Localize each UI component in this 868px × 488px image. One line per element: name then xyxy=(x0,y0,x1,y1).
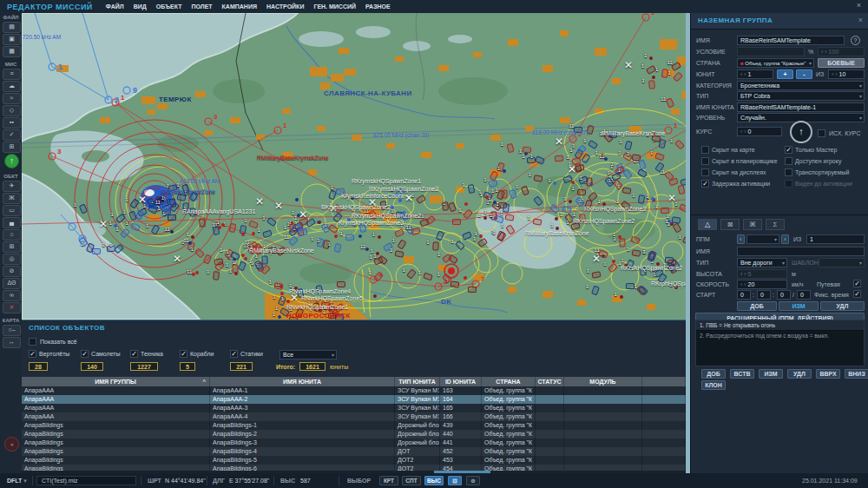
combat-button[interactable]: БОЕВЫЕ xyxy=(818,58,865,68)
column-header-4[interactable]: СТРАНА xyxy=(482,377,536,386)
template-dropdown[interactable]: ▾ xyxy=(819,258,865,267)
table-row[interactable]: AnapaBildingsAnapaBildings-3Дорожный бло… xyxy=(22,439,686,447)
ruler-tool-icon[interactable]: ⊟ xyxy=(448,476,462,485)
map-mode-button[interactable]: КРТ xyxy=(379,476,398,485)
filter-checkbox-4[interactable]: ✓ xyxy=(230,350,238,358)
save-mission-icon[interactable]: ▦ xyxy=(3,46,21,57)
table-row[interactable]: AnapaBildingsAnapaBildings-6ДОТ2454Объед… xyxy=(22,465,686,471)
table-row[interactable]: AnapaAAAAnapaAAA-4ЗСУ Вулкан M163166Объе… xyxy=(22,412,686,421)
coalition-filter-dropdown[interactable]: Все▾ xyxy=(279,350,337,359)
start-mission-icon[interactable]: ↑ xyxy=(4,154,19,168)
flag-checkbox-0[interactable] xyxy=(701,146,709,154)
column-header-3[interactable]: ID ЮНИТА xyxy=(440,377,482,386)
column-header-2[interactable]: ТИП ЮНИТА xyxy=(395,377,440,386)
filter-checkbox-2[interactable]: ✓ xyxy=(130,350,138,358)
action-вврх-button[interactable]: ВВРХ xyxy=(816,369,840,379)
heading-compass[interactable]: ↑ xyxy=(790,121,812,143)
zones-tab-icon[interactable]: ⊠ xyxy=(720,219,740,230)
flag-checkbox-7[interactable] xyxy=(785,180,792,188)
flag-checkbox-3[interactable] xyxy=(785,157,792,165)
speed-spinner[interactable]: ‹ ›20 xyxy=(737,280,787,289)
goals-icon[interactable]: ✓ xyxy=(3,129,21,141)
action-item-0[interactable]: 1. ПВБ = Не открывать огонь xyxy=(696,320,864,331)
wp-name-input[interactable] xyxy=(737,247,865,256)
failures-icon[interactable]: ▪▪ xyxy=(3,117,21,129)
column-header-5[interactable]: СТАТУС xyxy=(536,377,564,386)
action-удл-button[interactable]: УДЛ xyxy=(787,369,812,379)
delete-icon[interactable]: ✕ xyxy=(3,302,21,313)
template-icon[interactable]: ΔΘ xyxy=(3,278,21,289)
close-icon[interactable]: × xyxy=(857,1,861,10)
action-clone-button[interactable]: КЛОН xyxy=(701,380,726,390)
bullseye-icon[interactable]: ◎ xyxy=(3,254,21,265)
table-row[interactable]: AnapaBildingsAnapaBildings-5ДОТ2453Объед… xyxy=(22,456,686,465)
ppm-dropdown[interactable]: ▾ xyxy=(746,234,779,244)
country-dropdown[interactable]: ■ Объед. группа "Красные"▾ xyxy=(737,58,814,68)
object-table-header[interactable]: ИМЯ ГРУППЫ˄ИМЯ ЮНИТАТИП ЮНИТАID ЮНИТАСТР… xyxy=(22,377,686,386)
airplane-icon[interactable]: ✈ xyxy=(3,181,21,192)
menu-item-1[interactable]: ВИД xyxy=(134,3,147,10)
remove-unit-button[interactable]: - xyxy=(796,69,812,79)
table-row[interactable]: AnapaAAAAnapaAAA-1ЗСУ Вулкан M163163Объе… xyxy=(22,386,686,395)
waypoints-tab-icon[interactable]: △ xyxy=(698,219,717,230)
action-вств-button[interactable]: ВСТВ xyxy=(730,369,754,379)
start-m-field[interactable]: 0 xyxy=(757,290,771,300)
unit-count-stepper[interactable]: ‹ ›1 xyxy=(737,69,773,79)
flag-checkbox-1[interactable]: ✓ xyxy=(785,146,792,154)
table-row[interactable]: AnapaBildingsAnapaBildings-4ДОТ452Объед.… xyxy=(22,447,686,456)
wp-add-button[interactable]: ДОБ xyxy=(737,301,777,311)
heading-stepper[interactable]: ‹ ›0 xyxy=(737,127,782,136)
static-object-icon[interactable]: ⌂ xyxy=(3,229,21,241)
rules-icon[interactable]: ◇ xyxy=(3,105,21,116)
column-header-6[interactable]: МОДУЛЬ xyxy=(564,377,642,386)
flag-checkbox-6[interactable]: ✓ xyxy=(701,180,709,188)
wp-edit-button[interactable]: ИЗМ xyxy=(779,301,819,311)
ppm-total-field[interactable]: 1 xyxy=(806,234,865,244)
help-button[interactable]: ? xyxy=(851,36,860,45)
action-item-1[interactable]: 2. Рассредоточиться под огнем с воздуха … xyxy=(696,331,864,340)
ship-icon[interactable]: ▭ xyxy=(3,205,21,216)
menu-item-5[interactable]: НАСТРОЙКИ xyxy=(266,3,304,10)
type-dropdown[interactable]: БТР Cobra▾ xyxy=(737,91,865,101)
clock-icon[interactable]: ⊙ xyxy=(466,476,480,485)
sat-mode-button[interactable]: СПТ xyxy=(402,476,421,485)
chain-icon[interactable]: ∞ xyxy=(3,290,21,301)
column-header-1[interactable]: ИМЯ ЮНИТА xyxy=(210,377,395,386)
briefing-icon[interactable]: ≡ xyxy=(3,69,21,80)
action-вниз-button[interactable]: ВНИЗ xyxy=(845,369,868,379)
unit-max-stepper[interactable]: ‹ ›10 xyxy=(828,69,865,79)
flag-checkbox-4[interactable] xyxy=(701,168,709,176)
add-unit-button[interactable]: + xyxy=(777,69,793,79)
wp-type-dropdown[interactable]: Вне дороги▾ xyxy=(737,258,787,267)
column-header-0[interactable]: ИМЯ ГРУППЫ˄ xyxy=(22,377,210,386)
waypoint-actions-list[interactable]: 1. ПВБ = Не открывать огонь2. Рассредото… xyxy=(695,320,865,366)
table-row[interactable]: AnapaBildingsAnapaBildings-1Дорожный бло… xyxy=(22,421,686,430)
table-row[interactable]: AnapaAAAAnapaAAA-3ЗСУ Вулкан M163165Объе… xyxy=(22,404,686,412)
route-tool-icon[interactable]: ≈ xyxy=(3,93,21,104)
panel-close-icon[interactable]: × xyxy=(858,16,863,24)
actions-tab-icon[interactable]: ⌘ xyxy=(743,219,762,230)
action-доб-button[interactable]: ДОБ xyxy=(701,369,726,379)
summary-tab-icon[interactable]: Σ xyxy=(766,219,785,230)
preset-dropdown[interactable]: DFLT ▾ xyxy=(7,478,27,485)
table-row[interactable]: AnapaAAAAnapaAAA-2ЗСУ Вулкан M163164Объе… xyxy=(22,395,686,404)
initial-heading-checkbox[interactable] xyxy=(818,129,825,137)
triggers-icon[interactable]: ⊞ xyxy=(3,142,21,153)
alt-spinner[interactable]: ‹ ›5 xyxy=(737,269,787,279)
filter-checkbox-1[interactable]: ✓ xyxy=(81,350,89,358)
menu-item-4[interactable]: КАМПАНИЯ xyxy=(222,3,257,10)
weather-icon[interactable]: ☁ xyxy=(3,81,21,92)
zone-icon[interactable]: ⊘ xyxy=(3,266,21,277)
flag-checkbox-5[interactable] xyxy=(785,168,792,176)
open-mission-icon[interactable]: ▣ xyxy=(3,34,21,45)
filter-checkbox-3[interactable]: ✓ xyxy=(180,350,187,358)
fixed-time-checkbox[interactable]: ✓ xyxy=(853,290,861,298)
wp-delete-button[interactable]: УДЛ xyxy=(820,301,865,311)
start-d-field[interactable]: 0 xyxy=(797,290,811,300)
filter-checkbox-0[interactable]: ✓ xyxy=(29,350,36,358)
menu-item-3[interactable]: ПОЛЕТ xyxy=(191,3,212,10)
panel-titlebar[interactable]: НАЗЕМНАЯ ГРУППА × xyxy=(691,13,868,30)
menu-item-7[interactable]: РАЗНОЕ xyxy=(365,3,391,10)
map-key-icon[interactable]: ○– xyxy=(3,325,21,336)
flag-checkbox-2[interactable] xyxy=(701,157,709,165)
